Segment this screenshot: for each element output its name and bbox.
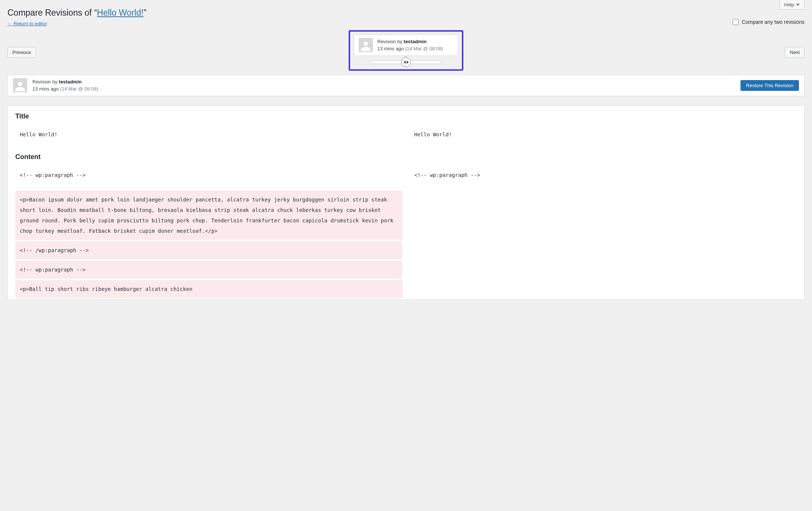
diff-title-heading: Title (15, 112, 797, 120)
chevron-left-icon (404, 61, 406, 64)
help-label: Help (784, 2, 794, 7)
revision-meta-bar: Revision by testadmin 13 mins ago (14 Ma… (7, 75, 805, 96)
avatar (13, 78, 27, 92)
revision-tooltip: Revision by testadmin 13 mins ago (14 Ma… (354, 35, 458, 56)
diff-line-left: <!-- wp:paragraph --> (15, 261, 402, 279)
page-title: Compare Revisions of “Hello World!” (7, 0, 805, 19)
title-prefix: Compare Revisions of “ (7, 8, 97, 18)
diff-panel: Title Hello World! Hello World! Content … (7, 105, 805, 300)
revision-timeline: Compare any two revisions Previous Revis… (7, 30, 805, 75)
person-icon (14, 80, 26, 92)
compare-two-label: Compare any two revisions (742, 19, 805, 25)
diff-content-heading: Content (15, 153, 797, 161)
meta-datetime: (14 Mar @ 08:09) (60, 86, 98, 92)
help-tab[interactable]: Help (779, 0, 805, 10)
meta-ago: 13 mins ago (32, 86, 59, 92)
meta-by-label: Revision by (32, 79, 59, 85)
tooltip-author: testadmin (404, 39, 426, 44)
person-icon (359, 39, 372, 52)
tooltip-text: Revision by testadmin 13 mins ago (14 Ma… (377, 38, 443, 53)
diff-title-left: Hello World! (15, 126, 402, 143)
compare-two-toggle[interactable]: Compare any two revisions (733, 19, 805, 25)
return-to-editor-link[interactable]: ← Return to editor (7, 21, 47, 26)
meta-author: testadmin (59, 79, 82, 85)
tooltip-datetime: (14 Mar @ 08:09) (405, 46, 443, 51)
avatar (359, 38, 373, 52)
compare-two-checkbox[interactable] (733, 19, 739, 25)
dropdown-icon (796, 3, 800, 7)
title-suffix: ” (143, 8, 146, 18)
diff-line-left: <p>Ball tip short ribs ribeye hamburger … (15, 280, 402, 298)
next-button[interactable]: Next (785, 47, 805, 58)
diff-title-right: Hello World! (410, 126, 797, 143)
revision-tooltip-highlight: Revision by testadmin 13 mins ago (14 Ma… (349, 30, 463, 71)
previous-button[interactable]: Previous (7, 47, 36, 58)
chevron-right-icon (406, 61, 409, 64)
restore-revision-button[interactable]: Restore This Revision (740, 80, 799, 91)
revision-meta-text: Revision by testadmin 13 mins ago (14 Ma… (32, 78, 98, 93)
post-title-link[interactable]: Hello World! (97, 8, 143, 18)
diff-line-left: <!-- /wp:paragraph --> (15, 241, 402, 259)
diff-line-right: <!-- wp:paragraph --> (410, 166, 797, 184)
diff-line-left: <!-- wp:paragraph --> (15, 166, 402, 184)
slider-handle[interactable] (401, 57, 411, 67)
diff-line-left: <p>Bacon ipsum dolor amet pork loin land… (15, 191, 402, 240)
tooltip-ago: 13 mins ago (377, 46, 404, 51)
revision-slider[interactable] (371, 60, 441, 64)
tooltip-by-label: Revision by (377, 39, 404, 44)
